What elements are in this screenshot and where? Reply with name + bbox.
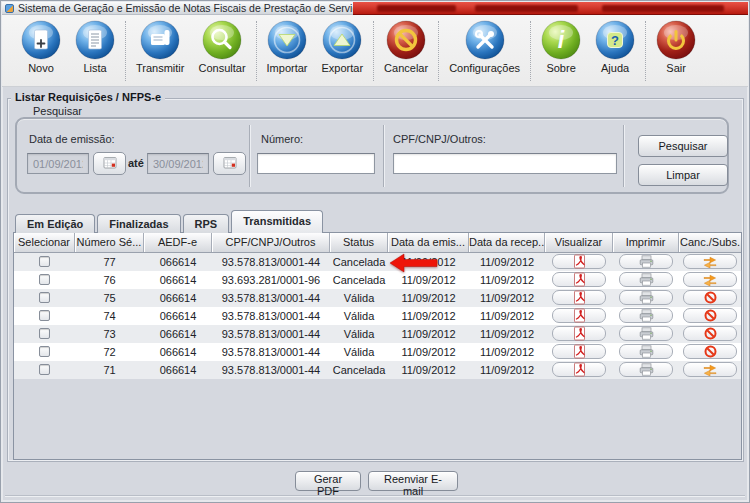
toolbar-separator <box>645 21 646 81</box>
annotation-red-arrow <box>390 253 438 273</box>
column-header[interactable]: Selecionar <box>14 233 75 252</box>
cell-aedf: 066614 <box>144 343 212 361</box>
select-checkbox[interactable] <box>39 328 50 339</box>
cell-status: Cancelada <box>330 361 388 379</box>
cell-data-recepcao: 11/09/2012 <box>469 343 545 361</box>
cell-status: Válida <box>330 325 388 343</box>
search-group-title: Pesquisar <box>29 105 86 117</box>
list-icon <box>75 20 115 60</box>
toolbar-lista-button[interactable]: Lista <box>68 20 122 74</box>
column-header[interactable]: CPF/CNPJ/Outros <box>212 233 330 252</box>
visualizar-pdf-button[interactable] <box>552 290 606 305</box>
reenviar-email-button[interactable]: Reenviar E-mail <box>368 471 458 491</box>
date-to-field[interactable] <box>147 153 209 174</box>
column-header[interactable]: Imprimir <box>613 233 679 252</box>
cell-aedf: 066614 <box>144 325 212 343</box>
transmit-icon <box>140 20 180 60</box>
select-checkbox[interactable] <box>39 364 50 375</box>
tools-icon <box>465 20 505 60</box>
select-checkbox[interactable] <box>39 256 50 267</box>
toolbar-importar-button[interactable]: Importar <box>260 20 315 74</box>
visualizar-pdf-button[interactable] <box>552 362 606 377</box>
cell-numero-serie: 72 <box>75 343 144 361</box>
search-icon <box>202 20 242 60</box>
toolbar-transmitir-button[interactable]: Transmitir <box>129 20 191 74</box>
search-panel: Data de emissão: até Número: CPF/CNPJ/Ou… <box>15 117 729 194</box>
date-to-calendar-button[interactable] <box>213 152 246 175</box>
cell-numero-serie: 76 <box>75 271 144 289</box>
toolbar-exportar-button[interactable]: Exportar <box>315 20 371 74</box>
visualizar-pdf-button[interactable] <box>552 272 606 287</box>
cell-cpf-cnpj: 93.693.281/0001-96 <box>212 271 330 289</box>
toolbar-item-label: Novo <box>28 62 54 74</box>
new-document-icon <box>21 20 61 60</box>
visualizar-pdf-button[interactable] <box>552 326 606 341</box>
date-from-field[interactable] <box>27 153 89 174</box>
toolbar-configuracoes-button[interactable]: Configurações <box>442 20 527 74</box>
cpf-cnpj-input[interactable] <box>393 153 617 174</box>
tab-transmitidas[interactable]: Transmitidas <box>231 210 323 233</box>
search-separator <box>623 125 624 187</box>
cell-numero-serie: 71 <box>75 361 144 379</box>
imprimir-button[interactable] <box>619 290 673 305</box>
imprimir-button[interactable] <box>619 254 673 269</box>
toolbar-sair-button[interactable]: Sair <box>649 20 703 74</box>
toolbar-separator <box>438 21 439 81</box>
cancelar-substituir-button[interactable] <box>683 344 737 359</box>
select-checkbox[interactable] <box>39 346 50 357</box>
toolbar-item-label: Configurações <box>449 62 520 74</box>
toolbar-cancelar-button[interactable]: Cancelar <box>377 20 435 74</box>
visualizar-pdf-button[interactable] <box>552 254 606 269</box>
tab-bar: Em EdiçãoFinalizadasRPSTransmitidas <box>15 210 325 233</box>
imprimir-button[interactable] <box>619 272 673 287</box>
tab-finalizadas[interactable]: Finalizadas <box>97 214 180 233</box>
toolbar-ajuda-button[interactable]: ? Ajuda <box>588 20 642 74</box>
toolbar-consultar-button[interactable]: Consultar <box>191 20 252 74</box>
column-header[interactable]: Status <box>330 233 388 252</box>
column-header[interactable]: Visualizar <box>545 233 613 252</box>
date-from-calendar-button[interactable] <box>93 152 126 175</box>
toolbar-item-label: Sair <box>666 62 686 74</box>
search-separator <box>249 125 250 187</box>
column-header[interactable]: AEDF-e <box>144 233 212 252</box>
select-checkbox[interactable] <box>39 274 50 285</box>
cell-cpf-cnpj: 93.578.813/0001-44 <box>212 343 330 361</box>
title-bar: Sistema de Geração e Emissão de Notas Fi… <box>2 2 748 15</box>
cancelar-substituir-button[interactable] <box>683 326 737 341</box>
column-header[interactable]: Data da recep... <box>469 233 545 252</box>
table-header: SelecionarNúmero Sé...AEDF-eCPF/CNPJ/Out… <box>14 233 741 253</box>
table-row: 77 066614 93.578.813/0001-44 Cancelada 1… <box>14 253 741 271</box>
toolbar-novo-button[interactable]: Novo <box>14 20 68 74</box>
cell-aedf: 066614 <box>144 253 212 271</box>
tab-rps[interactable]: RPS <box>183 214 230 233</box>
toolbar-item-label: Importar <box>267 62 308 74</box>
table-body: 77 066614 93.578.813/0001-44 Cancelada 1… <box>14 253 741 379</box>
tab-em-edição[interactable]: Em Edição <box>15 214 95 233</box>
cancelar-substituir-button[interactable] <box>683 254 737 269</box>
column-header[interactable]: Número Sé... <box>75 233 144 252</box>
number-input[interactable] <box>257 153 375 174</box>
select-checkbox[interactable] <box>39 292 50 303</box>
pesquisar-button[interactable]: Pesquisar <box>638 135 728 157</box>
select-checkbox[interactable] <box>39 310 50 321</box>
imprimir-button[interactable] <box>619 326 673 341</box>
column-header[interactable]: Data da emis... <box>388 233 469 252</box>
cancelar-substituir-button[interactable] <box>683 290 737 305</box>
svg-text:?: ? <box>611 33 619 48</box>
visualizar-pdf-button[interactable] <box>552 308 606 323</box>
cell-data-emissao: 11/09/2012 <box>388 343 469 361</box>
cpf-cnpj-label: CPF/CNPJ/Outros: <box>393 133 486 145</box>
gerar-pdf-button[interactable]: Gerar PDF <box>295 471 361 491</box>
cancelar-substituir-button[interactable] <box>683 308 737 323</box>
imprimir-button[interactable] <box>619 344 673 359</box>
app-window: Sistema de Geração e Emissão de Notas Fi… <box>0 0 750 503</box>
imprimir-button[interactable] <box>619 362 673 377</box>
visualizar-pdf-button[interactable] <box>552 344 606 359</box>
toolbar-sobre-button[interactable]: i Sobre <box>534 20 588 74</box>
toolbar-separator <box>256 21 257 81</box>
imprimir-button[interactable] <box>619 308 673 323</box>
cancelar-substituir-button[interactable] <box>683 362 737 377</box>
cancelar-substituir-button[interactable] <box>683 272 737 287</box>
limpar-button[interactable]: Limpar <box>638 164 728 186</box>
column-header[interactable]: Canc./Subs. <box>679 233 741 252</box>
